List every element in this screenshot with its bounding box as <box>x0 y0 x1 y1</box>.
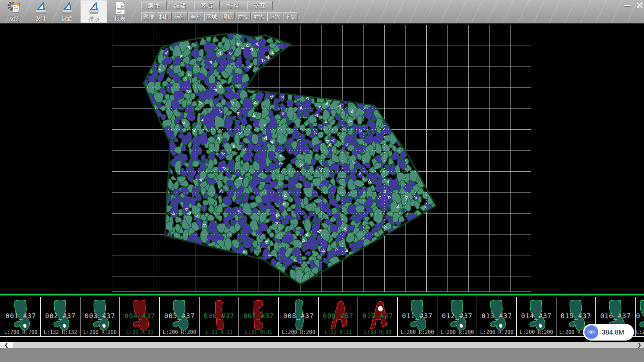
part-thumbnail[interactable]: 005_#37 L:200 R:200 <box>160 297 200 336</box>
nested-piece[interactable] <box>295 230 300 236</box>
nested-piece[interactable] <box>349 161 354 170</box>
part-thumbnail[interactable]: 007_#37 L:31 R:31 <box>239 297 279 336</box>
part-counts: L:21 R:21 <box>200 329 238 335</box>
nested-piece[interactable] <box>399 188 405 194</box>
tool-defect[interactable]: 瑕疵 <box>220 12 235 21</box>
tool-align-bottom[interactable]: 下靠 <box>283 12 298 21</box>
part-name: 003_#37 <box>80 312 119 320</box>
tool-camera[interactable]: 相机 <box>157 12 172 21</box>
nested-piece[interactable] <box>330 224 338 232</box>
horizontal-scrollbar[interactable]: ❮ ❯ <box>0 342 644 348</box>
big-button-design[interactable]: 设计 <box>28 0 54 23</box>
part-counts: L:32 R:31 <box>319 329 358 335</box>
nested-piece[interactable] <box>252 134 259 144</box>
big-button-nesting[interactable]: 排版 <box>80 0 107 23</box>
scroll-right-icon[interactable]: ❯ <box>635 342 643 348</box>
part-thumbnail[interactable]: 006_#37 L:21 R:21 <box>200 297 239 336</box>
nested-piece[interactable] <box>201 187 206 195</box>
nested-piece[interactable] <box>385 215 389 220</box>
nested-piece[interactable] <box>329 198 337 205</box>
marker-dot-icon <box>167 51 168 52</box>
nested-piece[interactable] <box>296 227 301 231</box>
nested-piece[interactable] <box>271 128 276 134</box>
part-name: 007_#37 <box>239 312 278 320</box>
nested-piece[interactable] <box>287 107 294 119</box>
tool-select-cut[interactable]: 选割 <box>173 12 187 21</box>
part-thumbnail[interactable]: 003_#37 L:200 R:200 <box>80 297 120 336</box>
strip-bottom-divider <box>0 336 644 337</box>
tab-edit[interactable]: 编辑 <box>168 1 193 10</box>
tab-region[interactable]: 区域 <box>194 1 220 10</box>
title-bar[interactable]: 系统 设计 设置 <box>0 0 644 23</box>
nested-piece[interactable] <box>199 49 204 58</box>
part-thumbnail[interactable]: 002_#37 L:132 R:132 <box>41 297 80 336</box>
part-thumbnail[interactable]: 001_#37 L:700 R:700 <box>1 297 41 336</box>
tool-region[interactable]: 区域 <box>204 12 219 21</box>
application-window: 系统 设计 设置 <box>0 0 644 362</box>
nested-piece[interactable] <box>337 172 346 178</box>
big-button-label: 设置 <box>54 15 80 22</box>
strip-divider <box>0 294 644 294</box>
part-thumbnail[interactable]: 009_#37 L:32 R:31 <box>319 297 358 336</box>
tab-interactive[interactable]: 交互 <box>247 1 273 10</box>
nested-piece[interactable] <box>295 183 303 188</box>
nesting-drawing[interactable] <box>112 25 531 293</box>
big-button-report[interactable]: 报表 <box>107 0 133 23</box>
nested-piece[interactable] <box>375 224 381 231</box>
nested-piece[interactable] <box>243 153 250 161</box>
tab-nesting[interactable]: 排料 <box>221 1 246 10</box>
nested-piece[interactable] <box>313 145 320 152</box>
marker-dot-icon <box>258 45 259 46</box>
part-name: 0 <box>636 312 644 320</box>
minimize-button[interactable] <box>623 1 633 9</box>
nested-piece[interactable] <box>253 58 257 66</box>
part-thumbnail[interactable]: 008_#37 L:200 R:200 <box>279 297 319 336</box>
tool-align-right[interactable]: 右靠 <box>252 12 266 21</box>
nested-piece[interactable] <box>227 127 233 135</box>
part-thumbnail[interactable]: 013_#37 L:200 R:200 <box>477 297 517 336</box>
nested-piece[interactable] <box>347 116 354 127</box>
nested-piece[interactable] <box>366 163 371 168</box>
nested-piece[interactable] <box>269 232 274 237</box>
nested-piece[interactable] <box>286 100 293 107</box>
part-counts: L:200 R:200 <box>398 329 437 335</box>
nested-piece[interactable] <box>357 115 363 125</box>
nested-piece[interactable] <box>331 163 339 170</box>
part-thumbnail[interactable]: 011_#37 L:200 R:200 <box>398 297 437 336</box>
part-thumbnail[interactable]: 014_#37 L:200 R:200 <box>517 297 556 336</box>
part-thumbnail[interactable]: 012_#37 L:200 R:200 <box>438 297 477 336</box>
nesting-canvas[interactable] <box>0 23 644 294</box>
nested-piece[interactable] <box>191 151 198 162</box>
progress-badge[interactable]: 38% 384.8M <box>583 324 634 341</box>
part-thumbnail[interactable]: 010_#37 L:33 R:33 <box>358 297 398 336</box>
big-button-system[interactable]: 系统 <box>1 0 28 23</box>
tool-align-left[interactable]: 左靠 <box>236 12 251 21</box>
part-counts: L:33 R:33 <box>358 329 397 335</box>
part-counts: L:200 R:200 <box>80 329 119 335</box>
nested-piece[interactable] <box>252 241 257 248</box>
part-thumbnail[interactable]: 004_#37 L:31 R:31 <box>120 297 160 336</box>
nested-piece[interactable] <box>322 214 329 219</box>
nested-piece[interactable] <box>312 122 317 126</box>
nested-piece[interactable] <box>331 146 337 154</box>
tab-properties[interactable]: 属性 <box>141 1 167 10</box>
nested-piece[interactable] <box>226 154 233 161</box>
nested-piece[interactable] <box>209 143 215 153</box>
scroll-left-icon[interactable]: ❮ <box>0 342 13 348</box>
nested-piece[interactable] <box>271 171 276 181</box>
nested-piece[interactable] <box>367 172 372 179</box>
tool-align-top[interactable]: 上靠 <box>267 12 282 21</box>
nested-piece[interactable] <box>401 208 406 213</box>
nested-piece[interactable] <box>287 207 292 212</box>
tool-cut-all[interactable]: 全割 <box>189 12 203 21</box>
nested-piece[interactable] <box>306 261 310 264</box>
tool-cluster-nest[interactable]: 聚排 <box>141 12 156 21</box>
part-name: 008_#37 <box>279 312 318 320</box>
nested-piece[interactable] <box>329 172 335 178</box>
nested-piece[interactable] <box>218 42 222 48</box>
part-thumbnail-partial[interactable]: 0 L:2 <box>636 297 644 336</box>
part-counts: L:200 R:200 <box>438 329 477 335</box>
nested-piece[interactable] <box>173 207 179 215</box>
big-button-settings[interactable]: 设置 <box>54 0 80 23</box>
close-button[interactable] <box>634 1 644 9</box>
